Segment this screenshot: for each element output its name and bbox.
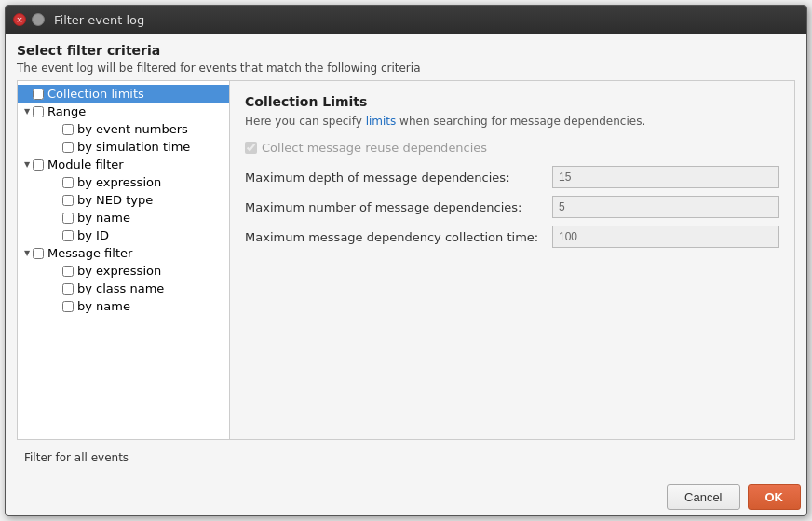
tree-item-module-filter[interactable]: ▼Module filter [18, 156, 229, 173]
desc-link[interactable]: limits [366, 115, 397, 128]
checkbox-collection-limits[interactable] [33, 89, 44, 100]
tree-item-by-expression-message[interactable]: by expression [18, 262, 229, 280]
field-row-max-number: Maximum number of message dependencies: [245, 196, 779, 218]
label-by-class-name: by class name [77, 281, 164, 295]
titlebar: × Filter event log [6, 6, 806, 34]
checkbox-module-filter[interactable] [33, 159, 44, 171]
ok-button[interactable]: OK [748, 484, 802, 510]
tree-panel: Collection limits▼Rangeby event numbersb… [18, 81, 230, 439]
field-row-max-depth: Maximum depth of message dependencies: [245, 166, 779, 188]
minimize-button[interactable] [32, 13, 45, 26]
dialog-heading: Select filter criteria [17, 43, 795, 58]
detail-description: Here you can specify limits when searchi… [245, 115, 779, 128]
fields-container: Maximum depth of message dependencies:Ma… [245, 166, 779, 248]
label-by-id: by ID [77, 228, 109, 242]
close-button[interactable]: × [13, 13, 26, 26]
label-by-expression-module: by expression [77, 175, 161, 189]
checkbox-by-name[interactable] [62, 213, 74, 224]
tree-item-by-name-message[interactable]: by name [18, 297, 229, 315]
label-range: Range [47, 104, 86, 118]
input-max-depth[interactable] [552, 166, 779, 188]
checkbox-by-expression-message[interactable] [62, 266, 74, 277]
checkbox-message-filter[interactable] [33, 248, 44, 259]
label-by-name-message: by name [77, 299, 130, 313]
collect-checkbox[interactable] [245, 142, 257, 154]
label-max-time: Maximum message dependency collection ti… [245, 230, 552, 244]
checkbox-by-simulation-time[interactable] [62, 142, 74, 153]
input-max-number[interactable] [552, 196, 779, 218]
window-title: Filter event log [54, 13, 144, 27]
dialog-body: Select filter criteria The event log wil… [6, 34, 806, 476]
filter-bar-text: Filter for all events [24, 451, 129, 464]
label-message-filter: Message filter [47, 246, 132, 260]
label-by-name: by name [77, 211, 130, 225]
label-max-depth: Maximum depth of message dependencies: [245, 171, 552, 185]
tree-item-by-event-numbers[interactable]: by event numbers [18, 120, 229, 138]
label-by-simulation-time: by simulation time [77, 140, 190, 154]
input-max-time[interactable] [552, 226, 779, 248]
dialog-footer: Cancel OK [6, 476, 806, 515]
dialog-header: Select filter criteria The event log wil… [17, 43, 795, 75]
cancel-button[interactable]: Cancel [667, 484, 739, 510]
tree-item-by-simulation-time[interactable]: by simulation time [18, 138, 229, 156]
triangle-message-filter: ▼ [21, 248, 33, 259]
main-content: Collection limits▼Rangeby event numbersb… [17, 80, 795, 440]
detail-panel: Collection Limits Here you can specify l… [230, 81, 794, 439]
field-row-max-time: Maximum message dependency collection ti… [245, 226, 779, 248]
filter-bar: Filter for all events [17, 446, 795, 469]
dialog-description: The event log will be filtered for event… [17, 62, 795, 75]
tree-item-by-ned-type[interactable]: by NED type [18, 191, 229, 209]
triangle-module-filter: ▼ [21, 159, 33, 171]
tree-item-by-id[interactable]: by ID [18, 226, 229, 244]
tree-item-range[interactable]: ▼Range [18, 103, 229, 120]
label-by-ned-type: by NED type [77, 193, 153, 207]
checkbox-by-expression-module[interactable] [62, 177, 74, 188]
label-collection-limits: Collection limits [47, 87, 144, 101]
desc-part2: when searching for message dependencies. [396, 115, 645, 128]
label-by-expression-message: by expression [77, 264, 161, 278]
collect-checkbox-label: Collect message reuse dependencies [262, 141, 487, 155]
tree-item-by-expression-module[interactable]: by expression [18, 173, 229, 191]
tree-item-by-class-name[interactable]: by class name [18, 280, 229, 297]
checkbox-range[interactable] [33, 106, 44, 117]
dialog-window: × Filter event log Select filter criteri… [5, 5, 807, 516]
checkbox-by-class-name[interactable] [62, 283, 74, 295]
checkbox-by-ned-type[interactable] [62, 195, 74, 206]
checkbox-by-event-numbers[interactable] [62, 124, 74, 135]
detail-title: Collection Limits [245, 94, 779, 109]
tree-item-by-name[interactable]: by name [18, 209, 229, 226]
label-by-event-numbers: by event numbers [77, 122, 188, 136]
desc-part1: Here you can specify [245, 115, 366, 128]
tree-item-message-filter[interactable]: ▼Message filter [18, 244, 229, 262]
label-module-filter: Module filter [47, 158, 124, 171]
tree-item-collection-limits[interactable]: Collection limits [18, 85, 229, 103]
label-max-number: Maximum number of message dependencies: [245, 200, 552, 214]
checkbox-by-id[interactable] [62, 230, 74, 241]
collect-checkbox-row: Collect message reuse dependencies [245, 141, 779, 155]
checkbox-by-name-message[interactable] [62, 301, 74, 312]
triangle-range: ▼ [21, 106, 33, 117]
